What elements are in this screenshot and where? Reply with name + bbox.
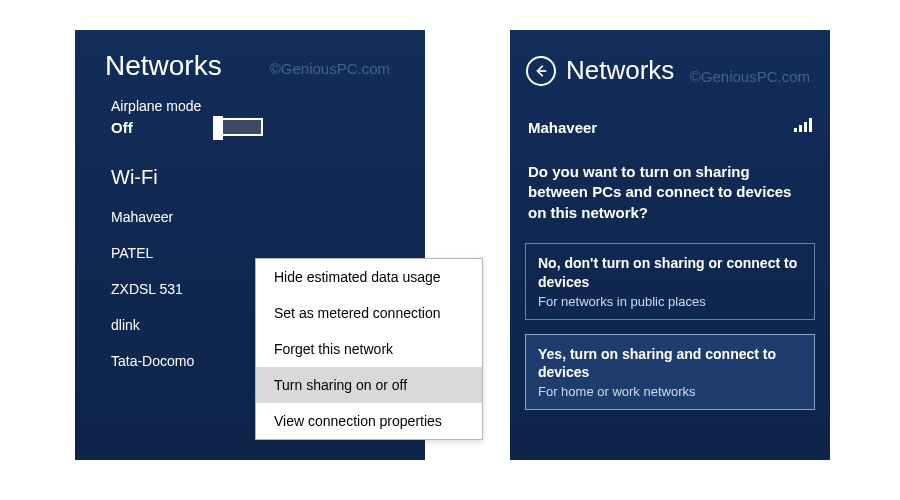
wifi-context-menu: Hide estimated data usage Set as metered… xyxy=(255,258,483,440)
selected-network-header: Mahaveer xyxy=(510,86,830,136)
svg-rect-3 xyxy=(809,118,812,132)
watermark-text-right: ©GeniousPC.com xyxy=(690,68,810,85)
context-turn-sharing[interactable]: Turn sharing on or off xyxy=(256,367,482,403)
option-yes-subtitle: For home or work networks xyxy=(538,384,802,399)
airplane-mode-label: Airplane mode xyxy=(111,98,425,114)
option-no-subtitle: For networks in public places xyxy=(538,294,802,309)
toggle-knob xyxy=(213,116,223,140)
context-view-properties[interactable]: View connection properties xyxy=(256,403,482,439)
airplane-mode-section: Airplane mode Off xyxy=(75,82,425,136)
arrow-left-icon xyxy=(534,64,548,78)
wifi-section-label: Wi-Fi xyxy=(75,136,425,199)
watermark-text: ©GeniousPC.com xyxy=(270,60,390,77)
context-forget-network[interactable]: Forget this network xyxy=(256,331,482,367)
networks-panel-left: ©GeniousPC.com Networks Airplane mode Of… xyxy=(75,30,425,460)
airplane-mode-status: Off xyxy=(111,119,133,136)
networks-panel-right: ©GeniousPC.com Networks Mahaveer Do you … xyxy=(510,30,830,460)
wifi-item-mahaveer[interactable]: Mahaveer xyxy=(111,199,425,235)
option-yes-sharing[interactable]: Yes, turn on sharing and connect to devi… xyxy=(525,334,815,411)
wifi-signal-icon xyxy=(794,118,812,136)
airplane-mode-toggle[interactable] xyxy=(213,118,263,136)
sharing-prompt-text: Do you want to turn on sharing between P… xyxy=(510,136,830,243)
option-no-title: No, don't turn on sharing or connect to … xyxy=(538,254,802,292)
context-hide-data-usage[interactable]: Hide estimated data usage xyxy=(256,259,482,295)
context-set-metered[interactable]: Set as metered connection xyxy=(256,295,482,331)
svg-rect-2 xyxy=(804,122,807,132)
panel-title-right: Networks xyxy=(566,55,674,86)
selected-network-name: Mahaveer xyxy=(528,119,597,136)
back-button[interactable] xyxy=(526,56,556,86)
option-yes-title: Yes, turn on sharing and connect to devi… xyxy=(538,345,802,383)
svg-rect-0 xyxy=(794,128,797,132)
svg-rect-1 xyxy=(799,125,802,132)
option-no-sharing[interactable]: No, don't turn on sharing or connect to … xyxy=(525,243,815,320)
